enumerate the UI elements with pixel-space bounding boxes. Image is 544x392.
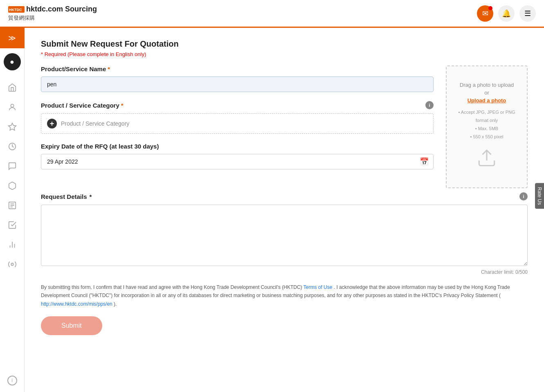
sidebar-item-history[interactable] — [0, 137, 24, 155]
category-field: Product / Service Category * i + Product… — [41, 101, 434, 134]
request-details-info-icon[interactable]: i — [519, 192, 528, 201]
request-details-section: Request Details * i Character limit: 0/5… — [41, 192, 528, 275]
svg-point-2 — [11, 104, 13, 107]
sidebar-toggle[interactable]: ≫ — [0, 28, 25, 48]
info-button[interactable]: i — [7, 376, 17, 385]
category-placeholder-text: Product / Service Category — [61, 120, 129, 127]
upload-constraint-2: • Max. 5MB — [453, 125, 520, 133]
privacy-link[interactable]: http://www.hktdc.com/mis/pps/en — [41, 301, 112, 307]
sidebar-item-messages[interactable] — [0, 157, 24, 175]
sidebar-nav — [0, 79, 24, 273]
date-input-wrap: 📅 — [41, 154, 434, 169]
site-title: hktdc.com Sourcing — [26, 5, 97, 14]
disclaimer-text-before: By submitting this form, I confirm that … — [41, 284, 302, 290]
layout: ≫ ● — [0, 28, 544, 392]
header-icons: ✉ 🔔 ☰ — [477, 5, 536, 22]
sidebar-item-analytics[interactable] — [0, 236, 24, 254]
menu-button[interactable]: ☰ — [519, 5, 536, 22]
svg-marker-3 — [8, 123, 16, 130]
sidebar-item-profile[interactable] — [0, 98, 24, 116]
sidebar-item-home[interactable] — [0, 79, 24, 97]
sidebar-item-orders[interactable] — [0, 177, 24, 195]
svg-point-12 — [11, 263, 13, 266]
sidebar: ≫ ● — [0, 28, 25, 392]
rate-us-tab[interactable]: Rate Us — [535, 183, 544, 209]
upload-constraint-3: • 550 x 550 pixel — [453, 133, 520, 141]
request-details-label: Request Details * i — [41, 192, 528, 201]
disclaimer-text-end: ). — [114, 301, 117, 307]
sidebar-bottom: i — [7, 376, 17, 385]
mail-button[interactable]: ✉ — [477, 5, 493, 22]
category-label: Product / Service Category * i — [41, 101, 434, 109]
logo: HKTDC hktdc.com Sourcing 貿發網採購 — [8, 5, 97, 22]
site-subtitle: 貿發網採購 — [8, 14, 97, 22]
top-left: Product/Service Name * Product / Service… — [41, 65, 434, 188]
upload-link[interactable]: Upload a photo — [468, 97, 506, 104]
expiry-label: Expiry Date of the RFQ (at least 30 days… — [41, 143, 434, 150]
product-name-input[interactable] — [41, 77, 434, 92]
sidebar-item-favorites[interactable] — [0, 118, 24, 136]
header: HKTDC hktdc.com Sourcing 貿發網採購 ✉ 🔔 ☰ — [0, 0, 544, 28]
terms-link[interactable]: Terms of Use — [303, 284, 333, 290]
page-title: Submit New Request For Quotation — [41, 39, 528, 49]
expiry-date-field: Expiry Date of the RFQ (at least 30 days… — [41, 143, 434, 169]
upload-constraints: • Accept JPG, JPEG or PNG format only • … — [453, 108, 520, 141]
category-plus-icon: + — [47, 119, 57, 128]
avatar: ● — [4, 53, 21, 70]
upload-area[interactable]: Drag a photo to upload or Upload a photo… — [446, 65, 528, 188]
photo-upload-section: Drag a photo to upload or Upload a photo… — [446, 65, 528, 188]
sidebar-item-settings[interactable] — [0, 255, 24, 273]
upload-icon — [477, 148, 497, 172]
category-info-icon[interactable]: i — [425, 101, 434, 109]
char-limit: Character limit: 0/500 — [41, 269, 528, 275]
hktdc-logo-icon: HKTDC — [8, 6, 25, 13]
product-name-label: Product/Service Name * — [41, 65, 434, 72]
category-selector[interactable]: + Product / Service Category — [41, 113, 434, 134]
notification-button[interactable]: 🔔 — [498, 5, 515, 22]
disclaimer: By submitting this form, I confirm that … — [41, 283, 528, 308]
svg-text:HKTDC: HKTDC — [9, 8, 22, 12]
top-section: Product/Service Name * Product / Service… — [41, 65, 528, 188]
request-details-required-star: * — [90, 193, 92, 200]
logo-top: HKTDC hktdc.com Sourcing — [8, 5, 97, 14]
upload-or-text: or — [484, 90, 489, 96]
submit-button[interactable]: Submit — [41, 316, 102, 335]
product-name-field: Product/Service Name * — [41, 65, 434, 92]
upload-drag-text: Drag a photo to upload — [460, 82, 514, 88]
product-name-required-star: * — [108, 65, 110, 72]
category-required-star: * — [121, 102, 124, 109]
expiry-date-input[interactable] — [41, 154, 434, 169]
main-content: Submit New Request For Quotation * Requi… — [25, 28, 544, 392]
required-note: * Required (Please complete in English o… — [41, 51, 528, 57]
sidebar-item-documents[interactable] — [0, 196, 24, 214]
sidebar-item-requests[interactable] — [0, 216, 24, 234]
upload-constraint-1: • Accept JPG, JPEG or PNG format only — [453, 108, 520, 125]
request-details-textarea[interactable] — [41, 205, 528, 266]
mail-badge — [488, 6, 492, 10]
